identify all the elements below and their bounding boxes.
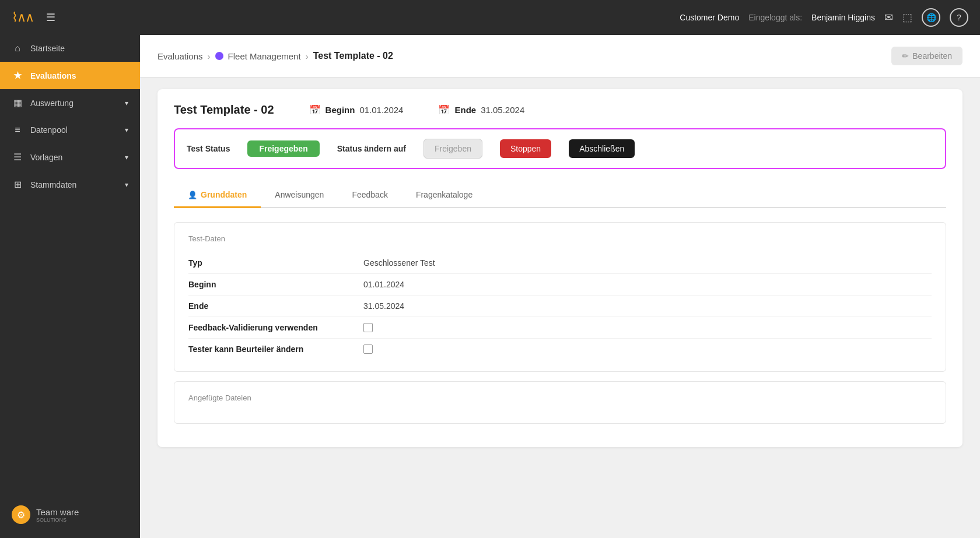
fleet-dot-icon bbox=[215, 52, 223, 60]
field-label-beginn: Beginn bbox=[188, 280, 363, 289]
list-icon: ≡ bbox=[12, 125, 23, 135]
main-layout: ⌂ Startseite ★ Evaluations ▦ Auswertung … bbox=[0, 35, 980, 538]
hamburger-icon[interactable]: ☰ bbox=[46, 11, 55, 24]
person-icon: 👤 bbox=[188, 191, 197, 199]
sidebar-footer: ⚙ Team ware SOLUTIONS bbox=[0, 491, 140, 538]
tab-anweisungen[interactable]: Anweisungen bbox=[261, 183, 338, 208]
calendar-ende-icon: 📅 bbox=[438, 104, 450, 115]
teamware-solutions: SOLUTIONS bbox=[36, 517, 79, 523]
grid-icon: ⊞ bbox=[12, 179, 23, 190]
tab-fragenkataloge[interactable]: Fragenkataloge bbox=[402, 183, 487, 208]
sidebar-label-datenpool: Datenpool bbox=[30, 125, 68, 135]
template-header: Test Template - 02 📅 Beginn 01.01.2024 📅… bbox=[174, 103, 946, 117]
teamware-brand: Team ware bbox=[36, 507, 79, 517]
help-icon[interactable]: ? bbox=[950, 8, 968, 27]
test-daten-section-label: Test-Daten bbox=[188, 234, 932, 243]
beginn-field: 📅 Beginn 01.01.2024 bbox=[309, 104, 404, 115]
chevron-down-icon: ▾ bbox=[125, 99, 128, 107]
sidebar-item-vorlagen[interactable]: ☰ Vorlagen ▾ bbox=[0, 143, 140, 171]
table-row: Feedback-Validierung verwenden bbox=[188, 317, 932, 339]
tab-fragenkataloge-label: Fragenkataloge bbox=[416, 190, 473, 199]
edit-button[interactable]: ✏ Bearbeiten bbox=[891, 47, 963, 65]
sidebar-label-vorlagen: Vorlagen bbox=[30, 153, 62, 162]
calendar-beginn-icon: 📅 bbox=[309, 104, 321, 115]
test-daten-section: Test-Daten Typ Geschlossener Test Beginn… bbox=[174, 222, 946, 372]
breadcrumb-sep-1: › bbox=[208, 51, 211, 61]
sidebar-label-stammdaten: Stammdaten bbox=[30, 180, 76, 189]
pencil-icon: ✏ bbox=[902, 51, 909, 61]
mail-icon[interactable]: ✉ bbox=[884, 11, 893, 24]
feedback-validierung-checkbox[interactable] bbox=[363, 323, 373, 332]
home-icon: ⌂ bbox=[12, 43, 23, 54]
field-label-typ: Typ bbox=[188, 258, 363, 268]
files-section: Angefügte Dateien bbox=[174, 381, 946, 424]
customer-demo-label: Customer Demo bbox=[680, 13, 739, 22]
tab-grunddaten[interactable]: 👤 Grunddaten bbox=[174, 183, 261, 208]
ende-label: Ende bbox=[454, 105, 476, 115]
field-label-ende: Ende bbox=[188, 301, 363, 311]
content-area: Evaluations › Fleet Management › Test Te… bbox=[140, 35, 980, 538]
logo-area: ⌇∧∧ ☰ bbox=[12, 10, 55, 25]
teamware-gear-icon: ⚙ bbox=[12, 505, 30, 524]
logo-icon: ⌇∧∧ bbox=[12, 10, 33, 25]
breadcrumb-evaluations[interactable]: Evaluations bbox=[158, 51, 203, 61]
chevron-down-icon: ▾ bbox=[125, 181, 128, 189]
sidebar-item-auswertung[interactable]: ▦ Auswertung ▾ bbox=[0, 89, 140, 117]
tab-grunddaten-label: Grunddaten bbox=[201, 190, 247, 199]
star-icon: ★ bbox=[12, 70, 23, 81]
breadcrumb-sep-2: › bbox=[306, 51, 309, 61]
stoppen-button[interactable]: Stoppen bbox=[500, 139, 551, 158]
field-value-typ: Geschlossener Test bbox=[363, 258, 435, 268]
breadcrumb: Evaluations › Fleet Management › Test Te… bbox=[158, 51, 393, 61]
abschliessen-button[interactable]: Abschließen bbox=[569, 139, 635, 158]
sidebar-item-datenpool[interactable]: ≡ Datenpool ▾ bbox=[0, 117, 140, 143]
freigeben-button[interactable]: Freigeben bbox=[424, 139, 482, 159]
template-icon: ☰ bbox=[12, 152, 23, 163]
status-box: Test Status Freigegeben Status ändern au… bbox=[174, 128, 946, 169]
beurteiler-checkbox[interactable] bbox=[363, 344, 373, 354]
chevron-down-icon: ▾ bbox=[125, 126, 128, 134]
user-name: Benjamin Higgins bbox=[811, 13, 875, 22]
chart-icon: ▦ bbox=[12, 97, 23, 108]
sidebar-label-startseite: Startseite bbox=[30, 44, 65, 53]
beginn-label: Beginn bbox=[326, 105, 355, 115]
field-value-ende: 31.05.2024 bbox=[363, 301, 404, 311]
field-label-feedback-validierung: Feedback-Validierung verwenden bbox=[188, 323, 363, 332]
template-title: Test Template - 02 bbox=[174, 103, 274, 117]
files-section-label: Angefügte Dateien bbox=[188, 393, 932, 402]
tabs: 👤 Grunddaten Anweisungen Feedback Fragen… bbox=[174, 183, 946, 208]
header-right: Customer Demo Eingeloggt als: Benjamin H… bbox=[680, 8, 968, 27]
logout-icon[interactable]: ⬚ bbox=[902, 11, 912, 24]
sidebar-label-auswertung: Auswertung bbox=[30, 99, 74, 108]
top-header: ⌇∧∧ ☰ Customer Demo Eingeloggt als: Benj… bbox=[0, 0, 980, 35]
table-row: Beginn 01.01.2024 bbox=[188, 274, 932, 296]
globe-icon[interactable]: 🌐 bbox=[922, 8, 940, 27]
table-row: Ende 31.05.2024 bbox=[188, 296, 932, 317]
tab-feedback-label: Feedback bbox=[352, 190, 387, 199]
sidebar-item-evaluations[interactable]: ★ Evaluations bbox=[0, 62, 140, 89]
sidebar-item-startseite[interactable]: ⌂ Startseite bbox=[0, 35, 140, 62]
ende-value: 31.05.2024 bbox=[481, 105, 524, 115]
current-status-badge: Freigegeben bbox=[247, 140, 319, 157]
sidebar: ⌂ Startseite ★ Evaluations ▦ Auswertung … bbox=[0, 35, 140, 538]
tab-anweisungen-label: Anweisungen bbox=[275, 190, 324, 199]
field-label-beurteiler: Tester kann Beurteiler ändern bbox=[188, 344, 363, 354]
breadcrumb-template: Test Template - 02 bbox=[313, 51, 393, 61]
beginn-value: 01.01.2024 bbox=[359, 105, 403, 115]
edit-button-label: Bearbeiten bbox=[912, 51, 952, 61]
table-row: Tester kann Beurteiler ändern bbox=[188, 339, 932, 360]
teamware-logo: Team ware SOLUTIONS bbox=[36, 507, 79, 523]
sidebar-item-stammdaten[interactable]: ⊞ Stammdaten ▾ bbox=[0, 171, 140, 198]
test-status-label: Test Status bbox=[187, 144, 230, 153]
chevron-down-icon: ▾ bbox=[125, 153, 128, 161]
status-change-label: Status ändern auf bbox=[337, 144, 406, 153]
ende-field: 📅 Ende 31.05.2024 bbox=[438, 104, 524, 115]
breadcrumb-bar: Evaluations › Fleet Management › Test Te… bbox=[140, 35, 980, 78]
template-card: Test Template - 02 📅 Beginn 01.01.2024 📅… bbox=[158, 89, 963, 447]
field-value-beginn: 01.01.2024 bbox=[363, 280, 404, 289]
tab-feedback[interactable]: Feedback bbox=[338, 183, 401, 208]
table-row: Typ Geschlossener Test bbox=[188, 252, 932, 274]
logged-in-label: Eingeloggt als: bbox=[748, 13, 802, 22]
sidebar-label-evaluations: Evaluations bbox=[30, 71, 76, 80]
breadcrumb-fleet[interactable]: Fleet Management bbox=[228, 51, 301, 61]
